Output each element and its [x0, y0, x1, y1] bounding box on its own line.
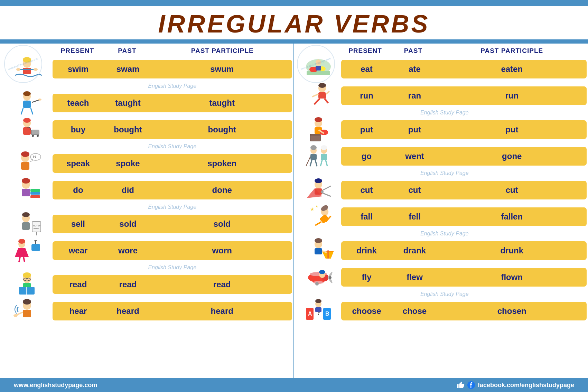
svg-text:★: ★: [310, 206, 315, 212]
word-box-choose: choose chose chosen: [341, 302, 587, 320]
verb-row-fly: fly flew flown: [296, 264, 587, 290]
verb-row-put: put put put: [296, 117, 587, 142]
icon-put: [296, 117, 341, 142]
word-do-pp: done: [152, 185, 292, 195]
word-box-speak: speak spoke spoken: [53, 154, 292, 173]
word-fall-pp: fallen: [437, 212, 587, 222]
word-box-eat: eat ate eaten: [341, 60, 587, 78]
word-drink-pp: drunk: [437, 246, 587, 255]
icon-wear: [1, 238, 53, 263]
word-swim-past: swam: [104, 64, 152, 74]
word-hear-past: heard: [104, 306, 152, 316]
svg-text:OUT OF: OUT OF: [33, 225, 41, 227]
word-wear-past: wore: [104, 246, 152, 255]
left-panel: www.englishstudypage.com PRESENT PAST PA…: [0, 44, 294, 378]
svg-point-96: [321, 190, 324, 193]
word-box-fly: fly flew flown: [341, 268, 587, 287]
word-run-pp: run: [437, 91, 587, 101]
verb-row-go: go went gone: [296, 143, 587, 169]
svg-point-36: [22, 212, 30, 217]
svg-point-15: [23, 118, 31, 123]
left-header-past: PAST: [103, 47, 151, 55]
word-box-teach: teach taught taught: [53, 94, 292, 112]
word-put-present: put: [341, 125, 392, 134]
word-box-cut: cut cut cut: [341, 181, 587, 199]
svg-point-119: [315, 282, 319, 286]
icon-cut: [296, 177, 341, 203]
verb-row-eat: eat ate eaten: [296, 56, 587, 82]
svg-rect-37: [32, 222, 41, 232]
word-box-do: do did done: [53, 181, 292, 199]
watermark-circle-left: www.englishstudypage.com: [4, 45, 42, 83]
word-speak-present: speak: [53, 159, 104, 168]
svg-rect-32: [30, 195, 40, 198]
svg-line-72: [326, 91, 329, 94]
facebook-icon: [467, 381, 475, 389]
svg-line-46: [24, 257, 25, 262]
watermark-r1: English Study Page: [294, 110, 588, 116]
icon-sell: OUT OF WORK: [1, 211, 53, 237]
svg-point-57: [23, 299, 31, 305]
icon-choose: A B ?: [296, 298, 341, 324]
icon-buy: [1, 117, 53, 142]
verb-row-buy: buy bought bought: [1, 117, 292, 142]
left-header-pp: PAST PARTICIPLE: [151, 47, 293, 55]
page-wrapper: IRREGULAR VERBS www.englishstudypage.com…: [0, 0, 588, 392]
word-read-present: read: [53, 280, 104, 289]
word-box-hear: hear heard heard: [53, 302, 292, 320]
svg-point-82: [310, 145, 317, 150]
word-box-go: go went gone: [341, 147, 587, 166]
svg-text:★: ★: [315, 204, 318, 208]
verb-row-hear: hear heard heard: [1, 298, 292, 324]
right-headers: PRESENT PAST PAST PARTICIPLE: [294, 44, 588, 55]
svg-rect-43: [31, 244, 40, 251]
verb-row-sell: OUT OF WORK sell sold sold: [1, 211, 292, 237]
verb-row-teach: teach taught taught: [1, 90, 292, 116]
svg-rect-56: [23, 310, 31, 317]
footer: www.englishstudypage.com facebook.com/en…: [0, 378, 588, 392]
svg-rect-14: [23, 127, 31, 135]
word-eat-pp: eaten: [437, 64, 587, 74]
svg-point-17: [32, 135, 34, 137]
svg-rect-29: [22, 189, 30, 196]
word-fly-past: flew: [392, 272, 437, 282]
svg-point-68: [318, 83, 326, 88]
word-hear-present: hear: [53, 306, 104, 316]
page-title: IRREGULAR VERBS: [0, 10, 588, 38]
icon-go: [296, 143, 341, 169]
icon-fly: [296, 264, 341, 290]
svg-marker-27: [30, 159, 34, 162]
footer-facebook: facebook.com/englishstudypage: [478, 382, 574, 389]
word-box-sell: sell sold sold: [53, 215, 292, 233]
watermark-1: English Study Page: [0, 83, 293, 89]
watermark-2: English Study Page: [0, 143, 293, 150]
word-run-present: run: [341, 91, 392, 101]
thumbs-up-icon: [457, 381, 465, 389]
svg-line-95: [322, 193, 331, 196]
svg-rect-81: [310, 154, 317, 160]
svg-point-116: [329, 276, 332, 279]
verb-row-swim: swim swam swum: [1, 56, 292, 82]
verb-row-wear: wear wore worn: [1, 238, 292, 263]
word-put-pp: put: [437, 125, 587, 134]
word-box-swim: swim swam swum: [53, 60, 292, 78]
word-choose-pp: chosen: [437, 306, 587, 316]
word-do-present: do: [53, 185, 104, 195]
word-choose-past: chose: [392, 306, 437, 316]
word-eat-present: eat: [341, 64, 392, 74]
left-headers: PRESENT PAST PAST PARTICIPLE: [0, 44, 293, 55]
icon-do: [1, 177, 53, 203]
svg-point-18: [37, 135, 39, 137]
word-teach-pp: taught: [152, 98, 292, 108]
svg-point-106: [315, 238, 322, 243]
word-buy-past: bought: [104, 125, 152, 134]
svg-point-75: [315, 117, 322, 122]
word-drink-present: drink: [341, 246, 392, 255]
watermark-r3: English Study Page: [294, 231, 588, 237]
watermark-circle-right: www.englishstudypage.com: [297, 45, 335, 83]
right-panel: www.englishstudypage.com PRESENT PAST PA…: [294, 44, 588, 378]
word-cut-pp: cut: [437, 185, 587, 195]
svg-point-49: [23, 272, 31, 278]
word-box-put: put put put: [341, 120, 587, 139]
svg-point-9: [38, 99, 41, 101]
